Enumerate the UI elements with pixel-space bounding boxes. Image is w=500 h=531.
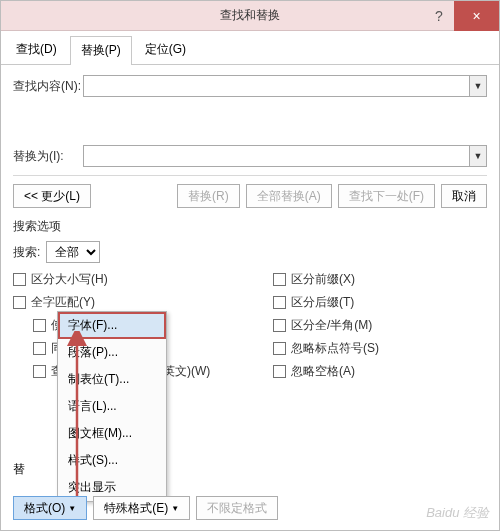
checkbox-icon — [13, 296, 26, 309]
special-format-button[interactable]: 特殊格式(E)▼ — [93, 496, 190, 520]
options-right: 区分前缀(X) 区分后缀(T) 区分全/半角(M) 忽略标点符号(S) 忽略空格… — [273, 271, 379, 380]
check-whole-word[interactable]: 全字匹配(Y) — [13, 294, 273, 311]
tabs: 查找(D) 替换(P) 定位(G) — [1, 31, 499, 65]
tab-goto[interactable]: 定位(G) — [134, 35, 197, 64]
replace-section-marker: 替 — [13, 461, 25, 478]
replace-button[interactable]: 替换(R) — [177, 184, 240, 208]
action-buttons: << 更少(L) 替换(R) 全部替换(A) 查找下一处(F) 取消 — [13, 184, 487, 208]
less-button[interactable]: << 更少(L) — [13, 184, 91, 208]
close-button[interactable]: × — [454, 1, 499, 31]
format-popup-menu: 字体(F)... 段落(P)... 制表位(T)... 语言(L)... 图文框… — [57, 311, 167, 502]
find-combo: ▼ — [83, 75, 487, 97]
checkbox-icon — [33, 342, 46, 355]
search-scope-select[interactable]: 全部 — [46, 241, 100, 263]
check-ignore-space[interactable]: 忽略空格(A) — [273, 363, 379, 380]
chevron-down-icon: ▼ — [474, 151, 483, 161]
divider — [13, 175, 487, 176]
check-suffix[interactable]: 区分后缀(T) — [273, 294, 379, 311]
search-scope-row: 搜索: 全部 — [13, 241, 487, 263]
find-dropdown-button[interactable]: ▼ — [469, 75, 487, 97]
check-ignore-punct[interactable]: 忽略标点符号(S) — [273, 340, 379, 357]
find-label: 查找内容(N): — [13, 78, 83, 95]
watermark: Baidu 经验 — [426, 504, 489, 522]
bottom-buttons: 格式(O)▼ 特殊格式(E)▼ 不限定格式 — [13, 496, 278, 520]
tab-find[interactable]: 查找(D) — [5, 35, 68, 64]
replace-all-button[interactable]: 全部替换(A) — [246, 184, 332, 208]
menu-tabs[interactable]: 制表位(T)... — [58, 366, 166, 393]
caret-down-icon: ▼ — [171, 504, 179, 513]
checkbox-icon — [273, 273, 286, 286]
replace-input[interactable] — [83, 145, 469, 167]
find-next-button[interactable]: 查找下一处(F) — [338, 184, 435, 208]
search-options-title: 搜索选项 — [13, 218, 487, 235]
tab-replace[interactable]: 替换(P) — [70, 36, 132, 65]
checkbox-icon — [33, 319, 46, 332]
check-prefix[interactable]: 区分前缀(X) — [273, 271, 379, 288]
menu-style[interactable]: 样式(S)... — [58, 447, 166, 474]
check-match-case[interactable]: 区分大小写(H) — [13, 271, 273, 288]
no-formatting-button[interactable]: 不限定格式 — [196, 496, 278, 520]
checkbox-icon — [13, 273, 26, 286]
search-scope-label: 搜索: — [13, 244, 40, 261]
dialog-title: 查找和替换 — [220, 7, 280, 24]
titlebar: 查找和替换 ? × — [1, 1, 499, 31]
titlebar-buttons: ? × — [424, 1, 499, 31]
menu-language[interactable]: 语言(L)... — [58, 393, 166, 420]
menu-paragraph[interactable]: 段落(P)... — [58, 339, 166, 366]
replace-combo: ▼ — [83, 145, 487, 167]
checkbox-icon — [273, 296, 286, 309]
find-replace-dialog: 查找和替换 ? × 查找(D) 替换(P) 定位(G) 查找内容(N): ▼ 替… — [0, 0, 500, 531]
replace-label: 替换为(I): — [13, 148, 83, 165]
checkbox-icon — [33, 365, 46, 378]
format-button[interactable]: 格式(O)▼ — [13, 496, 87, 520]
replace-row: 替换为(I): ▼ — [13, 145, 487, 167]
checkbox-icon — [273, 342, 286, 355]
help-button[interactable]: ? — [424, 1, 454, 31]
cancel-button[interactable]: 取消 — [441, 184, 487, 208]
chevron-down-icon: ▼ — [474, 81, 483, 91]
checkbox-icon — [273, 319, 286, 332]
checkbox-icon — [273, 365, 286, 378]
find-input[interactable] — [83, 75, 469, 97]
menu-font[interactable]: 字体(F)... — [58, 312, 166, 339]
find-row: 查找内容(N): ▼ — [13, 75, 487, 97]
replace-dropdown-button[interactable]: ▼ — [469, 145, 487, 167]
menu-frame[interactable]: 图文框(M)... — [58, 420, 166, 447]
check-full-half-width[interactable]: 区分全/半角(M) — [273, 317, 379, 334]
caret-down-icon: ▼ — [68, 504, 76, 513]
